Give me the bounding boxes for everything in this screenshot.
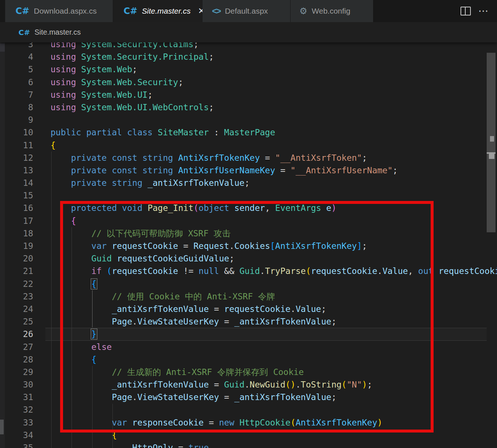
line-number: 23: [0, 290, 33, 303]
breadcrumb-file[interactable]: Site.master.cs: [34, 28, 81, 37]
line-number: 29: [0, 366, 33, 378]
code-line[interactable]: 29 // 生成新的 Anti-XSRF 令牌并保存到 Cookie: [0, 366, 497, 378]
code-line-content: // 以下代码可帮助防御 XSRF 攻击: [33, 227, 230, 240]
code-line[interactable]: 17 {: [0, 215, 497, 227]
code-line-content: Page.ViewStateUserKey = _antiXsrfTokenVa…: [33, 315, 337, 328]
overview-ruler-marker: [489, 154, 494, 159]
tab-label: Site.master.cs: [142, 7, 191, 15]
code-line[interactable]: 27 else: [0, 341, 497, 353]
code-line-content: using System.Web;: [33, 63, 137, 76]
code-line[interactable]: 32: [0, 403, 497, 416]
code-line-content: else: [33, 341, 112, 353]
code-line-content: using System.Web.Security;: [33, 76, 183, 88]
code-line-content: {: [33, 278, 97, 290]
line-number: 16: [0, 202, 33, 214]
code-line-content: protected void Page_Init(object sender, …: [33, 202, 337, 214]
line-number: 24: [0, 303, 33, 315]
code-line[interactable]: 19 var requestCookie = Request.Cookies[A…: [0, 240, 497, 252]
code-line[interactable]: 21 if (requestCookie != null && Guid.Try…: [0, 265, 497, 277]
left-scrollbar-thumb[interactable]: [0, 420, 4, 434]
code-line[interactable]: 13 private const string AntiXsrfUserName…: [0, 164, 497, 177]
code-file-icon: <>: [212, 6, 220, 16]
code-line[interactable]: 14 private string _antiXsrfTokenValue;: [0, 177, 497, 189]
code-editor[interactable]: 3using System.Security.Claims;4using Sys…: [0, 38, 497, 448]
code-line-content: [33, 403, 51, 416]
tab-web-config[interactable]: ⚙ Web.config: [291, 0, 373, 22]
code-line[interactable]: 26 }: [0, 328, 497, 340]
code-line[interactable]: 6using System.Web.Security;: [0, 76, 497, 88]
code-line-content: HttpOnly = true,: [33, 441, 214, 448]
code-line[interactable]: 15: [0, 189, 497, 202]
code-line-content: var requestCookie = Request.Cookies[Anti…: [33, 240, 367, 252]
code-line[interactable]: 8using System.Web.UI.WebControls;: [0, 101, 497, 114]
tab-default-aspx[interactable]: <> Default.aspx: [202, 0, 291, 22]
code-line[interactable]: 10public partial class SiteMaster : Mast…: [0, 126, 497, 139]
line-number: 33: [0, 416, 33, 429]
code-line[interactable]: 12 private const string AntiXsrfTokenKey…: [0, 152, 497, 164]
code-line-content: if (requestCookie != null && Guid.TryPar…: [33, 265, 497, 277]
tab-download-aspx-cs[interactable]: C# Download.aspx.cs: [5, 0, 113, 22]
code-line[interactable]: 22 {: [0, 278, 497, 290]
code-line-content: [33, 114, 51, 126]
code-line-content: using System.Web.UI;: [33, 88, 153, 101]
line-number: 10: [0, 126, 33, 139]
code-line[interactable]: 5using System.Web;: [0, 63, 497, 76]
line-number: 15: [0, 189, 33, 202]
code-line[interactable]: 9: [0, 114, 497, 126]
code-line-content: private string _antiXsrfTokenValue;: [33, 177, 250, 189]
line-number: 19: [0, 240, 33, 252]
tab-label: Web.config: [312, 7, 351, 15]
split-editor-icon[interactable]: [460, 7, 471, 15]
code-line[interactable]: 35 HttpOnly = true,: [0, 441, 497, 448]
code-line-content: {: [33, 353, 97, 366]
line-number: 9: [0, 114, 33, 126]
line-number: 5: [0, 63, 33, 76]
line-number: 28: [0, 353, 33, 366]
left-sidebar-notch: [0, 44, 5, 52]
tab-label: Download.aspx.cs: [34, 7, 97, 15]
code-line-content: {: [33, 215, 76, 227]
line-number: 35: [0, 441, 33, 448]
code-line[interactable]: 34 {: [0, 429, 497, 441]
code-line[interactable]: 23 // 使用 Cookie 中的 Anti-XSRF 令牌: [0, 290, 497, 303]
code-line-content: using System.Web.UI.WebControls;: [33, 101, 214, 114]
editor-scrollbar-thumb[interactable]: [487, 53, 496, 232]
code-line[interactable]: 20 Guid requestCookieGuidValue;: [0, 252, 497, 265]
code-line-content: {: [33, 429, 117, 441]
tab-site-master-cs[interactable]: C# Site.master.cs ✕: [113, 0, 202, 22]
code-line[interactable]: 24 _antiXsrfTokenValue = requestCookie.V…: [0, 303, 497, 315]
code-line[interactable]: 11{: [0, 139, 497, 152]
code-line[interactable]: 28 {: [0, 353, 497, 366]
code-line-content: {: [33, 139, 56, 152]
overview-ruler-marker: [490, 136, 494, 142]
code-line[interactable]: 31 Page.ViewStateUserKey = _antiXsrfToke…: [0, 391, 497, 403]
code-line[interactable]: 30 _antiXsrfTokenValue = Guid.NewGuid().…: [0, 378, 497, 391]
code-line-content: }: [33, 328, 97, 340]
code-line[interactable]: 16 protected void Page_Init(object sende…: [0, 202, 497, 214]
code-line[interactable]: 7using System.Web.UI;: [0, 88, 497, 101]
line-number: 32: [0, 403, 33, 416]
code-line[interactable]: 25 Page.ViewStateUserKey = _antiXsrfToke…: [0, 315, 497, 328]
tab-bar-actions: ⋯: [460, 0, 497, 22]
line-number: 34: [0, 429, 33, 441]
line-number: 21: [0, 265, 33, 277]
code-line-content: public partial class SiteMaster : Master…: [33, 126, 275, 139]
code-line[interactable]: 33 var responseCookie = new HttpCookie(A…: [0, 416, 497, 429]
line-number: 27: [0, 341, 33, 353]
code-line[interactable]: 4using System.Security.Principal;: [0, 51, 497, 63]
line-number: 22: [0, 278, 33, 290]
code-line-content: [33, 189, 51, 202]
line-number: 20: [0, 252, 33, 265]
more-actions-icon[interactable]: ⋯: [478, 7, 489, 15]
code-line[interactable]: 18 // 以下代码可帮助防御 XSRF 攻击: [0, 227, 497, 240]
line-number: 7: [0, 88, 33, 101]
line-number: 26: [0, 328, 33, 340]
tab-label: Default.aspx: [225, 7, 268, 15]
line-number: 8: [0, 101, 33, 114]
line-number: 14: [0, 177, 33, 189]
code-line-content: private const string AntiXsrfTokenKey = …: [33, 152, 367, 164]
code-line-content: private const string AntiXsrfUserNameKey…: [33, 164, 398, 177]
line-number: 6: [0, 76, 33, 88]
line-number: 13: [0, 164, 33, 177]
line-number: 12: [0, 152, 33, 164]
